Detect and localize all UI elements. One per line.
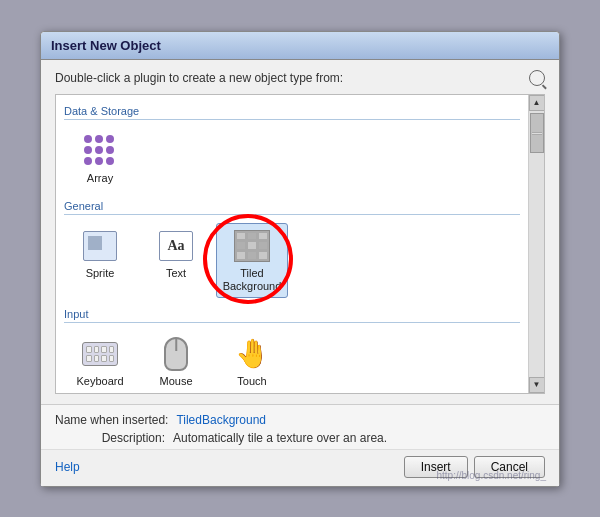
scrollbar-down-button[interactable]: ▼ xyxy=(529,377,545,393)
tile-cell xyxy=(236,251,246,260)
plugin-item-mouse[interactable]: Mouse xyxy=(140,331,212,392)
instruction-text: Double-click a plugin to create a new ob… xyxy=(55,70,545,86)
plugin-item-text[interactable]: Aa Text xyxy=(140,223,212,298)
section-general: General xyxy=(64,200,520,215)
plugin-item-touch[interactable]: 🤚 Touch xyxy=(216,331,288,392)
dialog-body: Double-click a plugin to create a new ob… xyxy=(41,60,559,404)
array-dot xyxy=(84,157,92,165)
tile-cell xyxy=(247,241,257,250)
text-icon-container: Aa xyxy=(156,228,196,264)
array-dot xyxy=(95,135,103,143)
dialog: Insert New Object Double-click a plugin … xyxy=(40,31,560,487)
tile-cell xyxy=(247,251,257,260)
sprite-icon xyxy=(83,231,117,261)
array-dot xyxy=(84,146,92,154)
scrollbar-up-button[interactable]: ▲ xyxy=(529,95,545,111)
array-label: Array xyxy=(87,172,113,185)
data-storage-grid: Array xyxy=(64,128,520,190)
plugin-item-sprite[interactable]: Sprite xyxy=(64,223,136,298)
tiled-bg-label: TiledBackground xyxy=(223,267,282,293)
mouse-icon xyxy=(164,337,188,371)
dialog-title: Insert New Object xyxy=(41,32,559,60)
text-icon: Aa xyxy=(159,231,193,261)
mouse-label: Mouse xyxy=(159,375,192,388)
input-grid: Keyboard Mouse 🤚 Touch xyxy=(64,331,520,392)
section-input: Input xyxy=(64,308,520,323)
scroll-content: Data & Storage xyxy=(56,95,528,393)
name-label: Name when inserted: xyxy=(55,413,168,427)
plugin-list-container: Data & Storage xyxy=(55,94,545,394)
scrollbar[interactable]: ▲ ▼ xyxy=(528,95,544,393)
scrollbar-track[interactable] xyxy=(529,111,544,377)
sprite-label: Sprite xyxy=(86,267,115,280)
scrollbar-grip xyxy=(532,132,542,135)
general-grid: Sprite Aa Text xyxy=(64,223,520,298)
desc-value: Automatically tile a texture over an are… xyxy=(173,431,387,445)
sprite-icon-container xyxy=(80,228,120,264)
keyboard-icon-container xyxy=(80,336,120,372)
tiled-bg-icon xyxy=(234,230,270,262)
key xyxy=(94,346,100,353)
plugin-item-keyboard[interactable]: Keyboard xyxy=(64,331,136,392)
key xyxy=(109,355,115,362)
array-dot xyxy=(84,135,92,143)
array-dot xyxy=(95,157,103,165)
tile-cell xyxy=(247,232,257,241)
key xyxy=(101,355,107,362)
keyboard-label: Keyboard xyxy=(76,375,123,388)
mouse-icon-container xyxy=(156,336,196,372)
scrollbar-thumb[interactable] xyxy=(530,113,544,153)
insert-new-object-dialog: Insert New Object Double-click a plugin … xyxy=(40,31,560,487)
array-dot xyxy=(95,146,103,154)
array-dot xyxy=(106,135,114,143)
name-row: Name when inserted: TiledBackground xyxy=(55,413,545,427)
desc-label: Description: xyxy=(55,431,165,445)
array-dot xyxy=(106,157,114,165)
section-data-storage: Data & Storage xyxy=(64,105,520,120)
tile-cell xyxy=(236,241,246,250)
key xyxy=(86,355,92,362)
plugin-item-tiled-background[interactable]: TiledBackground xyxy=(216,223,288,298)
desc-row: Description: Automatically tile a textur… xyxy=(55,431,545,445)
keyboard-icon xyxy=(82,342,118,366)
tiled-bg-icon-container xyxy=(232,228,272,264)
plugin-item-array[interactable]: Array xyxy=(64,128,136,190)
key xyxy=(86,346,92,353)
tile-cell xyxy=(236,232,246,241)
text-label: Text xyxy=(166,267,186,280)
array-icon-container xyxy=(80,133,120,169)
watermark: http://blog.csdn.net/ring_ xyxy=(436,470,546,481)
bottom-section: Name when inserted: TiledBackground Desc… xyxy=(41,404,559,449)
instruction-label: Double-click a plugin to create a new ob… xyxy=(55,71,343,85)
key xyxy=(109,346,115,353)
tiled-bg-wrapper: TiledBackground xyxy=(216,223,288,298)
tile-cell xyxy=(258,241,268,250)
name-value: TiledBackground xyxy=(176,413,266,427)
key xyxy=(94,355,100,362)
search-icon[interactable] xyxy=(529,70,545,86)
help-link[interactable]: Help xyxy=(55,460,80,474)
touch-icon: 🤚 xyxy=(235,340,270,368)
tile-cell xyxy=(258,251,268,260)
touch-label: Touch xyxy=(237,375,266,388)
array-dot xyxy=(106,146,114,154)
tile-cell xyxy=(258,232,268,241)
touch-icon-container: 🤚 xyxy=(232,336,272,372)
array-icon xyxy=(84,135,116,167)
key xyxy=(101,346,107,353)
